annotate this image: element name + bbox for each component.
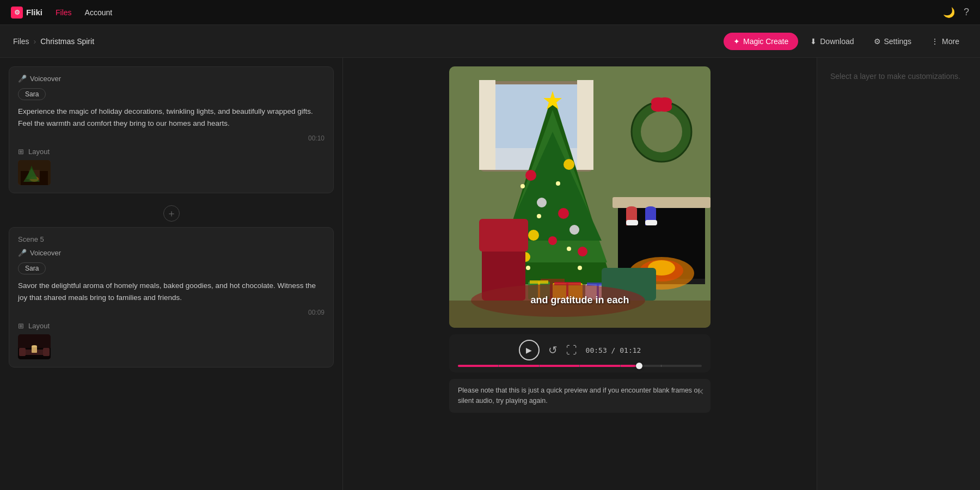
scene5-text[interactable]: Savor the delightful aroma of homely mea… — [18, 280, 324, 303]
app-name: Fliki — [26, 8, 42, 17]
layout-thumb-image-5 — [18, 334, 51, 359]
svg-rect-10 — [43, 348, 50, 356]
video-preview[interactable]: and gratitude in each — [449, 66, 710, 328]
svg-point-49 — [556, 181, 560, 186]
scene5-speaker-badge[interactable]: Sara — [18, 262, 46, 274]
breadcrumb-root[interactable]: Files — [13, 37, 29, 46]
scene5-time: 00:09 — [18, 309, 324, 316]
svg-point-52 — [526, 266, 530, 270]
controls-row: ▶ ↺ ⛶ 00:53 / 01:12 — [458, 340, 702, 360]
magic-create-button[interactable]: ✦ Magic Create — [724, 33, 798, 50]
svg-point-48 — [520, 184, 525, 188]
scene4-time: 00:10 — [18, 134, 324, 142]
replay-icon[interactable]: ↺ — [548, 344, 558, 357]
seg4 — [580, 365, 621, 367]
app-logo[interactable]: ⚙ Fliki — [11, 7, 42, 19]
svg-point-51 — [567, 247, 571, 251]
nav-account[interactable]: Account — [85, 6, 113, 19]
dark-mode-icon[interactable]: 🌙 — [943, 7, 955, 19]
settings-button[interactable]: ⚙ Settings — [866, 33, 920, 50]
svg-rect-23 — [612, 197, 710, 208]
second-bar-actions: ✦ Magic Create ⬇ Download ⚙ Settings ⋮ M… — [724, 33, 967, 50]
download-button[interactable]: ⬇ Download — [803, 33, 861, 50]
download-label: Download — [820, 37, 854, 46]
svg-rect-9 — [19, 348, 26, 356]
fullscreen-icon[interactable]: ⛶ — [566, 344, 577, 357]
speaker-badge[interactable]: Sara — [18, 88, 46, 100]
download-icon: ⬇ — [810, 37, 817, 46]
spark-icon: ✦ — [733, 37, 740, 46]
seg1 — [458, 365, 499, 367]
breadcrumb-sep: › — [34, 37, 36, 46]
video-frame: and gratitude in each — [449, 66, 710, 328]
svg-rect-69 — [479, 219, 528, 252]
breadcrumb: Files › Christmas Spirit — [13, 37, 94, 46]
mic-icon: 🎤 — [18, 75, 27, 83]
notice-close-button[interactable]: ✕ — [697, 385, 704, 399]
more-label: More — [942, 37, 959, 46]
svg-point-45 — [548, 236, 557, 245]
svg-point-40 — [564, 159, 574, 170]
voiceover-label: Voiceover — [30, 75, 61, 83]
svg-point-39 — [525, 170, 536, 181]
svg-point-53 — [578, 266, 582, 270]
layout-grid-icon: ⊞ — [18, 148, 24, 156]
time-sep: / — [611, 346, 620, 354]
svg-point-44 — [569, 225, 579, 235]
svg-point-42 — [558, 208, 569, 219]
svg-point-12 — [32, 345, 37, 347]
svg-point-43 — [528, 230, 539, 241]
scene4-text[interactable]: Experience the magic of holiday decorati… — [18, 106, 324, 129]
top-nav-right: 🌙 ? — [943, 7, 969, 19]
add-scene-button[interactable]: ＋ — [163, 205, 180, 222]
scenes-panel: 🎤 Voiceover Sara Experience the magic of… — [0, 58, 343, 490]
layout-row: ⊞ Layout — [18, 148, 324, 156]
svg-point-47 — [578, 247, 587, 256]
ellipsis-icon: ⋮ — [931, 37, 939, 46]
scene5-mic-icon: 🎤 — [18, 249, 27, 257]
svg-point-20 — [641, 111, 682, 152]
top-nav: ⚙ Fliki Files Account 🌙 ? — [0, 0, 980, 25]
progress-segments — [458, 365, 702, 367]
seg6 — [661, 365, 702, 367]
seg3 — [540, 365, 580, 367]
layout-thumbnail-4[interactable] — [18, 160, 51, 185]
svg-rect-18 — [577, 80, 593, 170]
help-icon[interactable]: ? — [964, 7, 969, 18]
scene5-voiceover-label: Voiceover — [30, 249, 61, 257]
layout-thumbnail-5[interactable] — [18, 334, 51, 359]
logo-icon: ⚙ — [11, 7, 23, 19]
layout-label[interactable]: Layout — [28, 148, 50, 156]
play-button[interactable]: ▶ — [519, 340, 540, 360]
nav-files[interactable]: Files — [56, 6, 72, 19]
customization-panel: Select a layer to make customizations. — [817, 58, 980, 490]
main-layout: 🎤 Voiceover Sara Experience the magic of… — [0, 58, 980, 490]
video-controls: ▶ ↺ ⛶ 00:53 / 01:12 — [449, 334, 710, 372]
layout-thumb-image-4 — [18, 160, 51, 185]
notice-banner: Please note that this is just a quick pr… — [449, 379, 710, 413]
scene5-voiceover-row: 🎤 Voiceover — [18, 249, 324, 257]
current-time: 00:53 — [586, 346, 607, 354]
svg-point-50 — [537, 214, 541, 218]
svg-point-41 — [537, 198, 547, 207]
scene5-layout-grid-icon: ⊞ — [18, 322, 24, 330]
progress-thumb[interactable] — [636, 363, 642, 369]
progress-bar[interactable] — [458, 365, 702, 367]
more-button[interactable]: ⋮ More — [923, 33, 967, 50]
svg-rect-31 — [626, 220, 638, 225]
svg-rect-34 — [645, 220, 657, 225]
settings-icon: ⚙ — [874, 37, 881, 46]
notice-text: Please note that this is just a quick pr… — [458, 387, 700, 405]
magic-create-label: Magic Create — [743, 37, 788, 46]
total-time: 01:12 — [620, 346, 641, 354]
voiceover-row: 🎤 Voiceover — [18, 75, 324, 83]
customization-placeholder: Select a layer to make customizations. — [830, 71, 967, 82]
scene-4-card: 🎤 Voiceover Sara Experience the magic of… — [9, 66, 334, 193]
seg2 — [499, 365, 540, 367]
time-display: 00:53 / 01:12 — [586, 346, 641, 354]
scene5-layout-label[interactable]: Layout — [28, 322, 50, 330]
second-bar: Files › Christmas Spirit ✦ Magic Create … — [0, 25, 980, 58]
scene5-label: Scene 5 — [18, 235, 324, 243]
add-scene-area: ＋ — [9, 200, 334, 227]
scene5-layout-row: ⊞ Layout — [18, 322, 324, 330]
